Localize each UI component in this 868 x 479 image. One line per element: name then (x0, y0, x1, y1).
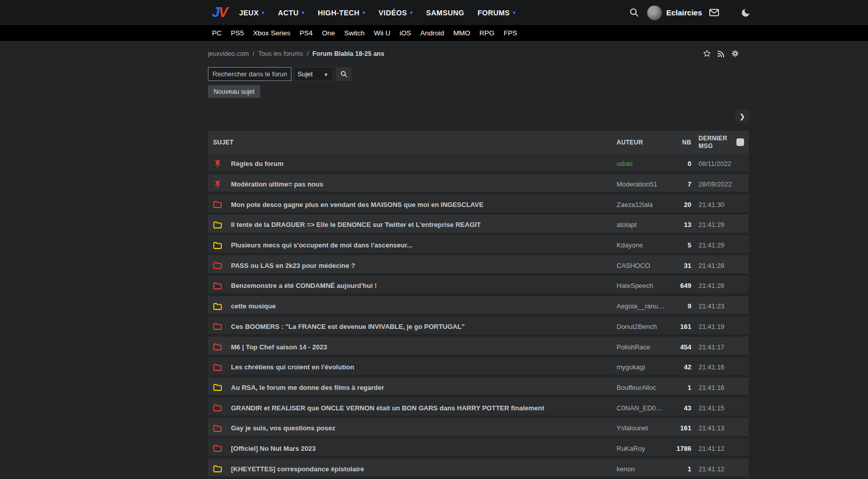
nav-item-jeux[interactable]: JEUX ▾ (239, 9, 265, 17)
search-submit-button[interactable] (336, 67, 352, 81)
breadcrumb-forums[interactable]: Tous les forums (258, 50, 303, 57)
topic-title[interactable]: Benzemonstre a été CONDAMNÉ aujourd'hui … (231, 282, 377, 289)
topic-last-message-time[interactable]: 21:41:26 (691, 282, 736, 289)
topic-author[interactable]: Ysfalounet (617, 424, 671, 432)
messages-icon[interactable] (708, 7, 720, 18)
next-page-button[interactable]: ❯ (735, 110, 749, 123)
topic-title[interactable]: Au RSA, le forum me donne des films à re… (231, 384, 384, 391)
breadcrumb-site[interactable]: jeuxvideo.com (208, 50, 249, 57)
topic-author[interactable]: kenon (617, 465, 671, 473)
topic-title[interactable]: M6 | Top Chef saison 14 - 2023 (231, 343, 327, 351)
topic-title[interactable]: Gay je suis, vos questions posez (231, 424, 335, 432)
nav-item-high-tech[interactable]: HIGH-TECH ▾ (318, 9, 366, 17)
dark-mode-moon-icon[interactable] (740, 8, 751, 18)
table-row[interactable]: Les chrétiens qui croient en l'évolution… (208, 357, 749, 378)
table-row[interactable]: Au RSA, le forum me donne des films à re… (208, 378, 749, 398)
chevron-down-icon: ▾ (410, 10, 413, 15)
topic-title[interactable]: [KHEYETTES] correspondance épistolaire (231, 465, 364, 473)
platform-nav-item[interactable]: Wii U (374, 29, 390, 37)
topic-last-message-time[interactable]: 21:41:23 (691, 302, 736, 310)
topic-last-message-time[interactable]: 21:41:12 (691, 465, 736, 473)
new-topic-button[interactable]: Nouveau sujet (208, 85, 260, 98)
topic-title[interactable]: Plusieurs mecs qui s'occupent de moi dan… (231, 241, 412, 249)
topic-last-message-time[interactable]: 21:41:16 (691, 384, 736, 391)
topic-author[interactable]: Aegoia__ranu… (617, 302, 671, 310)
user-name[interactable]: Eclaircies (666, 8, 702, 17)
platform-nav-item[interactable]: PS4 (300, 29, 313, 37)
table-row[interactable]: Ces BOOMERS : "La FRANCE est devenue INV… (208, 317, 749, 337)
favorite-star-icon[interactable] (703, 49, 711, 58)
topic-author[interactable]: Donut2Bench (617, 323, 671, 330)
topic-last-message-time[interactable]: 21:41:19 (691, 323, 736, 330)
topic-title[interactable]: GRANDIR et REALISER que ONCLE VERNON éta… (231, 404, 544, 412)
platform-nav-item[interactable]: RPG (479, 29, 494, 37)
nav-item-forums[interactable]: FORUMS ▾ (477, 9, 515, 17)
nav-item-samsung[interactable]: SAMSUNG (426, 9, 464, 17)
topic-title[interactable]: Règles du forum (231, 160, 284, 168)
search-icon[interactable] (629, 7, 640, 18)
topic-last-message-time[interactable]: 21:41:16 (691, 363, 736, 371)
table-row[interactable]: [KHEYETTES] correspondance épistolaire k… (208, 459, 749, 479)
topic-last-message-time[interactable]: 08/11/2022 (691, 160, 736, 168)
table-row[interactable]: Modération ultime= pas nous Moderation51… (208, 174, 749, 195)
topic-author[interactable]: CASHOCO (617, 262, 671, 269)
avatar[interactable] (647, 5, 662, 20)
topic-title[interactable]: Mon pote desco gagne plus en vendant des… (231, 201, 483, 209)
platform-nav-item[interactable]: FPS (504, 29, 517, 37)
platform-nav-item[interactable]: Switch (344, 29, 365, 37)
platform-nav-item[interactable]: Xbox Series (253, 29, 290, 37)
nav-item-vid-os[interactable]: VIDÉOS ▾ (378, 9, 413, 17)
table-row[interactable]: Gay je suis, vos questions posez Ysfalou… (208, 418, 749, 439)
table-row[interactable]: Benzemonstre a été CONDAMNÉ aujourd'hui … (208, 276, 749, 296)
topic-last-message-time[interactable]: 21:41:15 (691, 404, 736, 412)
topic-last-message-time[interactable]: 28/09/2022 (691, 180, 736, 188)
topic-last-message-time[interactable]: 21:41:28 (691, 262, 736, 269)
table-row[interactable]: GRANDIR et REALISER que ONCLE VERNON éta… (208, 398, 749, 418)
topic-last-message-time[interactable]: 21:41:12 (691, 445, 736, 452)
topic-author[interactable]: HateSpeech (617, 282, 671, 289)
search-filter-select[interactable]: Sujet (294, 67, 333, 81)
topic-last-message-time[interactable]: 21:41:29 (691, 241, 736, 249)
table-row[interactable]: M6 | Top Chef saison 14 - 2023 PolishRac… (208, 337, 749, 357)
platform-nav-item[interactable]: iOS (399, 29, 411, 37)
topic-last-message-time[interactable]: 21:41:17 (691, 343, 736, 351)
jv-logo[interactable]: JV (212, 5, 227, 20)
table-row[interactable]: [Officiel] No Nut Mars 2023 RuKaRoy 1786… (208, 439, 749, 459)
topic-last-message-time[interactable]: 21:41:13 (691, 424, 736, 432)
topic-title[interactable]: Il tente de la DRAGUER => Elle le DENONC… (231, 221, 481, 228)
topic-last-message-time[interactable]: 21:41:29 (691, 221, 736, 228)
table-row[interactable]: PASS ou LAS en 2k23 pour médecine ? CASH… (208, 255, 749, 276)
topic-author[interactable]: C0NAN_ED0… (617, 404, 671, 412)
select-all-checkbox[interactable] (736, 138, 744, 146)
topic-author[interactable]: atolapt (617, 221, 671, 228)
topic-author[interactable]: BouffeurAlloc (617, 384, 671, 391)
platform-nav-item[interactable]: MMO (453, 29, 470, 37)
topic-author[interactable]: PolishRace (617, 343, 671, 351)
topic-title[interactable]: [Officiel] No Nut Mars 2023 (231, 445, 315, 452)
search-input[interactable] (208, 67, 291, 81)
nav-item-actu[interactable]: ACTU ▾ (278, 9, 305, 17)
table-row[interactable]: Plusieurs mecs qui s'occupent de moi dan… (208, 235, 749, 256)
topic-author[interactable]: Moderation51 (617, 180, 671, 188)
topic-author[interactable]: RuKaRoy (617, 445, 671, 452)
table-row[interactable]: Mon pote desco gagne plus en vendant des… (208, 194, 749, 215)
table-row[interactable]: Il tente de la DRAGUER => Elle le DENONC… (208, 215, 749, 235)
topic-author[interactable]: odoki (617, 160, 671, 168)
platform-nav-item[interactable]: Android (420, 29, 444, 37)
table-row[interactable]: Règles du forum odoki 0 08/11/2022 (208, 154, 749, 174)
table-row[interactable]: cette musique Aegoia__ranu… 9 21:41:23 (208, 296, 749, 317)
gear-icon[interactable] (731, 49, 739, 58)
topic-author[interactable]: mygukagi (617, 363, 671, 371)
platform-nav-item[interactable]: PC (212, 29, 222, 37)
topic-title[interactable]: cette musique (231, 302, 276, 310)
topic-title[interactable]: Modération ultime= pas nous (231, 180, 323, 188)
topic-title[interactable]: Ces BOOMERS : "La FRANCE est devenue INV… (231, 323, 464, 330)
rss-icon[interactable] (717, 50, 725, 58)
topic-last-message-time[interactable]: 21:41:30 (691, 201, 736, 209)
platform-nav-item[interactable]: PS5 (231, 29, 244, 37)
platform-nav-item[interactable]: One (322, 29, 335, 37)
topic-title[interactable]: PASS ou LAS en 2k23 pour médecine ? (231, 262, 355, 269)
topic-title[interactable]: Les chrétiens qui croient en l'évolution (231, 363, 354, 371)
topic-author[interactable]: Zaeza12lala (617, 201, 671, 209)
topic-author[interactable]: Kdayone (617, 241, 671, 249)
